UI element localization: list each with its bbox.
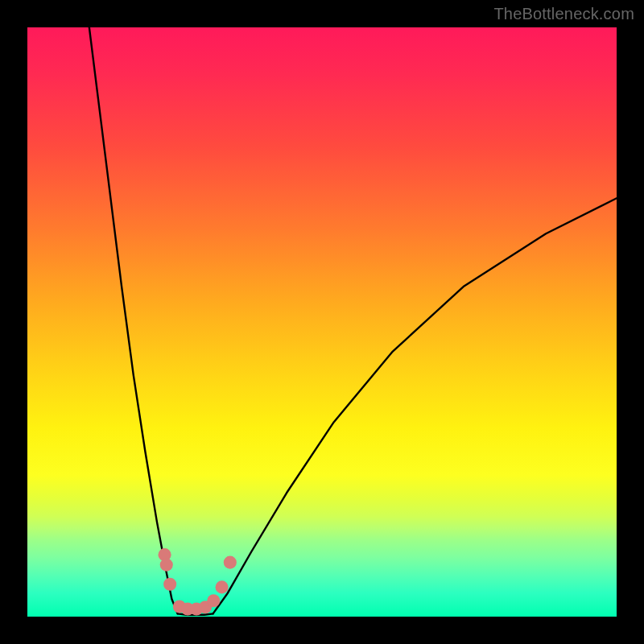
marker-group	[159, 548, 237, 615]
data-marker	[163, 578, 176, 591]
data-marker	[160, 559, 173, 572]
data-marker	[207, 594, 220, 607]
data-marker	[224, 556, 237, 569]
curve-curve-right	[213, 198, 617, 613]
plot-area	[27, 27, 617, 617]
curve-group	[89, 27, 617, 615]
watermark-text: TheBottleneck.com	[493, 5, 634, 23]
chart-overlay	[27, 27, 617, 617]
data-marker	[216, 580, 229, 593]
curve-curve-left	[89, 27, 178, 613]
chart-frame: TheBottleneck.com	[0, 0, 644, 644]
